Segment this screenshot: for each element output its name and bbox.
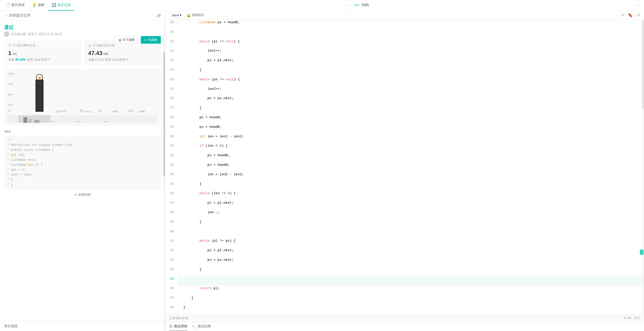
code-line-18: 18 ListNode ps = headB;	[165, 20, 644, 29]
back-button[interactable]: ← 全部提交记录	[4, 13, 30, 18]
code-panel-title: 代码	[362, 3, 369, 7]
code-line-45: 45	[165, 277, 644, 286]
tab-submissions-label: 提交记录	[57, 3, 71, 7]
memory-stat-value: 47.43 MB	[88, 50, 157, 57]
left-scrollbar[interactable]	[163, 21, 165, 331]
code-line-35: 35 }	[165, 182, 644, 191]
code-line-33: 33 ps = headA;	[165, 162, 644, 172]
tab-solution-label: 题解	[38, 3, 44, 7]
svg-text:8ms: 8ms	[104, 121, 108, 123]
code-line-20: 20 while (pl != null) {	[165, 39, 644, 49]
memory-stat-card: ◎ ◎ 消耗内存分布 47.43 MB 击败 5.11% 使用 Java 的用户	[84, 40, 161, 65]
time-stat-card: ⏱ ⏱ 执行用时分布 1 ms 击败 99.10% 使用 Java 的用户	[4, 40, 81, 65]
code-snippet: /** * Definition for singly-linked list.…	[4, 135, 161, 190]
svg-rect-15	[99, 110, 102, 112]
code-editor[interactable]: 18 ListNode ps = headB; 19 20 while (pl …	[165, 20, 644, 314]
official-solution-button[interactable]: ▤ 官方题解	[115, 36, 139, 44]
chart-mini-svg: 2ms 4ms 6ms 8ms	[7, 115, 158, 123]
svg-text:25%: 25%	[8, 104, 13, 106]
code-line-48: 48 }	[165, 305, 644, 314]
code-line-30: 30 int len = len1 - len2;	[165, 134, 644, 144]
result-user: 白日依山瞑	[11, 32, 26, 36]
right-panel: Java ▾ 🔒 智能模式 ≡ 🔖 ↺ 18 ListNode ps = hea…	[165, 11, 644, 331]
rechallenge-button[interactable]: 再次挑战	[4, 324, 18, 328]
left-scrollbar-thumb	[163, 52, 165, 176]
code-line-23: 23 }	[165, 67, 644, 77]
rechallenge-row: 再次挑战	[0, 321, 165, 331]
bottom-tabs: ☑ 测试用例 >_ 测试结果	[165, 322, 644, 331]
svg-text:100%: 100%	[8, 73, 15, 75]
left-panel: ← 全部提交记录 🔗 通过 白 白日依山瞑 提交于 2023.12.24 16:…	[0, 11, 165, 331]
svg-rect-13	[61, 110, 66, 112]
clock-icon: ⏱	[8, 44, 11, 48]
back-arrow-icon: ←	[4, 13, 8, 18]
write-solution-button[interactable]: ✏ 写题解	[141, 36, 161, 44]
language-selector[interactable]: Java ▾	[169, 12, 184, 18]
terminal-icon: >_	[192, 324, 196, 328]
refresh-icon[interactable]: ↺	[637, 13, 640, 18]
code-panel-icon: </>	[354, 3, 359, 7]
tab-test-results[interactable]: >_ 测试结果	[192, 322, 211, 331]
active-line-indicator	[640, 250, 643, 255]
list-icon[interactable]: ≡	[622, 13, 624, 18]
code-line-21: 21 len1++;	[165, 48, 644, 58]
memory-beat-text: 击败 5.11% 使用 Java 的用户	[88, 58, 157, 62]
status-saved: 已存储至本地	[169, 316, 188, 320]
chart-mini: 2ms 4ms 6ms 8ms	[7, 115, 158, 123]
code-line-40: 40	[165, 229, 644, 239]
tab-more-icon: ⋯	[344, 3, 348, 7]
official-label: 官方题解	[122, 38, 135, 42]
code-line-31: 31 if (len < 0) {	[165, 143, 644, 153]
svg-text:0%: 0%	[8, 109, 12, 112]
tab-solution[interactable]: 💡 题解	[28, 0, 48, 11]
share-link-button[interactable]: 🔗	[157, 14, 161, 18]
memory-icon: ◎	[88, 44, 91, 48]
svg-text:4ms: 4ms	[85, 110, 91, 113]
code-panel-more[interactable]: ⋯	[637, 3, 642, 7]
svg-rect-17	[128, 110, 133, 112]
lang-dropdown-icon: ▾	[180, 13, 182, 17]
code-line-22: 22 pl = pl.next;	[165, 58, 644, 67]
code-line-34: 34 len = len2 - len1;	[165, 172, 644, 182]
main-layout: ← 全部提交记录 🔗 通过 白 白日依山瞑 提交于 2023.12.24 16:…	[0, 11, 644, 331]
write-icon: ✏	[144, 38, 147, 42]
time-beat-text: 击败 99.10% 使用 Java 的用户	[8, 58, 77, 62]
svg-text:50%: 50%	[8, 93, 13, 96]
code-line-41: 41 while (pl != ps) {	[165, 238, 644, 248]
code-line-26: 26 ps = ps.next;	[165, 96, 644, 105]
tab-more-button[interactable]: ⋯	[342, 3, 350, 7]
code-line-24: 24 while (ps != null) {	[165, 77, 644, 86]
memory-stat-label: ◎ ◎ 消耗内存分布	[88, 43, 157, 48]
smart-mode-toggle[interactable]: 🔒 智能模式	[186, 13, 204, 17]
code-line-46: 46 return pl;	[165, 286, 644, 295]
view-all-code-button[interactable]: ≫ 全部代码	[0, 190, 165, 200]
code-line-42: 42 pl = pl.next;	[165, 248, 644, 257]
time-stat-label: ⏱ ⏱ 执行用时分布	[8, 43, 77, 48]
official-icon: ▤	[119, 38, 121, 42]
submission-result: 通过 白 白日依山瞑 提交于 2023.12.24 16:51 ▤ 官方题解 ✏…	[0, 21, 165, 37]
result-status: 通过	[4, 24, 161, 30]
result-meta: 白 白日依山瞑 提交于 2023.12.24 16:51	[4, 31, 161, 37]
checkbox-icon: ☑	[169, 324, 172, 328]
lang-label: Java	[172, 13, 179, 17]
result-time: 提交于 2023.12.24 16:51	[28, 32, 62, 36]
editor-scrollbar-track[interactable]	[642, 20, 643, 314]
user-avatar: 白	[4, 31, 9, 37]
svg-rect-31	[18, 115, 50, 123]
tab-test-cases[interactable]: ☑ 测试用例	[169, 322, 187, 331]
svg-text:4ms: 4ms	[50, 121, 54, 123]
chart-area: 100% 75% 50% 25% 0%	[0, 69, 165, 126]
editor-scrollbar-thumb	[642, 20, 643, 109]
editor-toolbar: Java ▾ 🔒 智能模式 ≡ 🔖 ↺	[165, 11, 644, 20]
svg-text:😊: 😊	[38, 76, 41, 80]
link-icon: 🔗	[157, 14, 161, 18]
code-line-32: 32 pl = headB;	[165, 153, 644, 162]
tab-description[interactable]: 📄 题目描述	[2, 0, 28, 11]
svg-rect-14	[80, 109, 84, 112]
top-tab-bar: 📄 题目描述 💡 题解 🔄 提交记录 ⋯ </> 代码 ⋯	[0, 0, 644, 11]
tab-submissions[interactable]: 🔄 提交记录	[48, 0, 74, 11]
bookmark-icon[interactable]: 🔖	[628, 13, 633, 18]
code-line-27: 27 }	[165, 105, 644, 115]
code-line-47: 47 }	[165, 295, 644, 305]
svg-text:6ms: 6ms	[112, 110, 117, 113]
